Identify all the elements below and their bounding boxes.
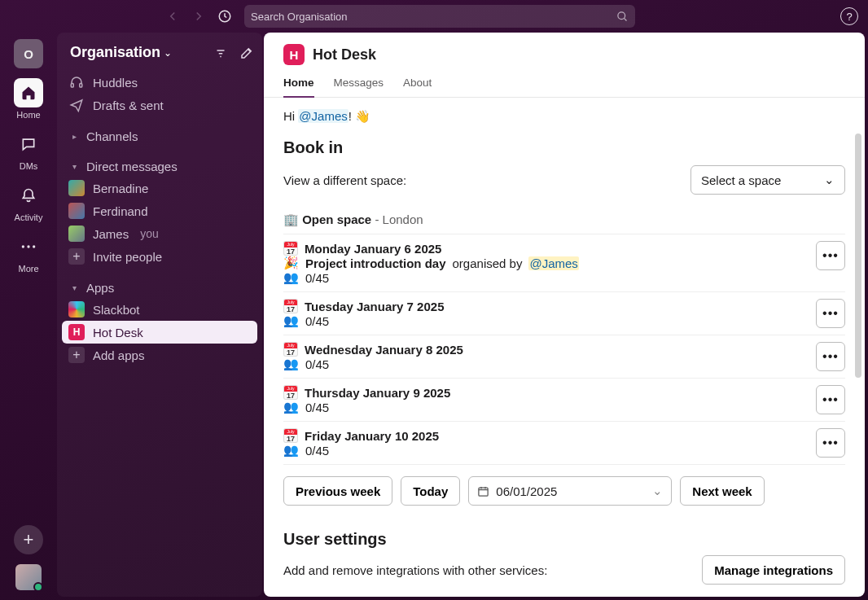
sidebar-app-item[interactable]: Slackbot xyxy=(57,298,262,321)
compose-button[interactable] xyxy=(239,46,254,60)
user-settings-heading: User settings xyxy=(283,530,845,549)
rail-label: Home xyxy=(16,110,40,120)
app-name: Hot Desk xyxy=(93,326,143,339)
app-icon xyxy=(68,301,85,318)
occupancy-count: 0/45 xyxy=(305,357,329,371)
rail-item-dms[interactable]: DMs xyxy=(14,129,43,171)
sidebar-section-channels[interactable]: ▸ Channels xyxy=(57,125,262,147)
app-title: Hot Desk xyxy=(313,46,376,64)
day-actions-button[interactable]: ••• xyxy=(816,241,845,270)
dm-avatar xyxy=(68,203,85,219)
chevron-down-icon: ⌄ xyxy=(824,173,835,187)
plus-icon: + xyxy=(68,347,85,363)
date-picker[interactable]: 06/01/2025 ⌄ xyxy=(468,476,672,506)
history-button[interactable] xyxy=(215,7,235,26)
calendar-icon xyxy=(477,485,489,497)
scrollbar[interactable] xyxy=(855,134,861,378)
section-label: Channels xyxy=(86,129,138,143)
day-actions-button[interactable]: ••• xyxy=(816,385,845,414)
sidebar-item-huddles[interactable]: Huddles xyxy=(57,71,262,94)
calendar-icon: July17 xyxy=(283,385,298,400)
app-icon: H xyxy=(68,324,85,340)
mention[interactable]: @James xyxy=(298,109,348,123)
party-emoji: 🎉 xyxy=(283,256,299,270)
people-emoji: 👥 xyxy=(283,357,299,371)
date-value: 06/01/2025 xyxy=(496,484,646,498)
tab-about[interactable]: About xyxy=(403,72,432,97)
tab-home[interactable]: Home xyxy=(283,72,314,97)
mention[interactable]: @James xyxy=(528,256,578,270)
sidebar-section-direct-messages[interactable]: ▾ Direct messages xyxy=(57,155,262,177)
day-actions-button[interactable]: ••• xyxy=(816,428,845,458)
filter-button[interactable] xyxy=(213,46,228,60)
rail-item-more[interactable]: More xyxy=(14,232,43,274)
occupancy-count: 0/45 xyxy=(305,314,329,328)
occupancy-count: 0/45 xyxy=(305,401,329,414)
booking-day: July17Friday January 10 2025👥0/45••• xyxy=(283,422,845,465)
you-label: you xyxy=(140,227,159,240)
calendar-icon: July17 xyxy=(283,342,298,357)
previous-week-button[interactable]: Previous week xyxy=(283,476,392,506)
day-date: Monday January 6 2025 xyxy=(305,242,441,256)
sidebar-item-label: Add apps xyxy=(93,348,144,362)
rail-item-activity[interactable]: Activity xyxy=(14,181,43,222)
manage-integrations-button[interactable]: Manage integrations xyxy=(702,555,845,585)
chevron-down-icon: ⌄ xyxy=(164,47,172,59)
day-actions-button[interactable]: ••• xyxy=(816,299,845,328)
bookin-heading: Book in xyxy=(283,138,845,157)
caret-down-icon: ▾ xyxy=(68,283,80,292)
send-icon xyxy=(68,98,85,112)
dm-name: Ferdinand xyxy=(93,204,148,218)
sidebar-section-apps[interactable]: ▾ Apps xyxy=(57,276,262,298)
organised-by-label: organised by xyxy=(453,256,523,270)
event-name: Project introduction day xyxy=(305,256,446,270)
rail-item-home[interactable]: Home xyxy=(14,78,43,120)
space-location: - London xyxy=(371,212,423,226)
nav-back-button[interactable] xyxy=(163,7,182,26)
tab-messages[interactable]: Messages xyxy=(334,72,384,97)
sidebar-dm-item[interactable]: Jamesyou xyxy=(57,222,262,245)
select-space-dropdown[interactable]: Select a space ⌄ xyxy=(690,165,845,195)
chevron-down-icon: ⌄ xyxy=(652,484,663,498)
search-input[interactable]: Search Organisation xyxy=(244,5,635,28)
search-placeholder: Search Organisation xyxy=(251,11,616,23)
content-pane: H Hot Desk HomeMessagesAbout Hi @James! … xyxy=(264,33,865,597)
sidebar-dm-item[interactable]: Bernadine xyxy=(57,177,262,199)
view-space-label: View a different space: xyxy=(283,173,406,187)
occupancy-count: 0/45 xyxy=(305,444,329,458)
dm-name: James xyxy=(93,227,129,241)
day-date: Wednesday January 8 2025 xyxy=(305,343,463,357)
svg-point-1 xyxy=(618,11,625,19)
day-date: Thursday January 9 2025 xyxy=(305,386,450,400)
caret-down-icon: ▾ xyxy=(68,162,80,171)
booking-day: July17Wednesday January 8 2025👥0/45••• xyxy=(283,335,845,379)
booking-day: July17Thursday January 9 2025👥0/45••• xyxy=(283,379,845,422)
app-icon: H xyxy=(283,44,305,65)
workspace-name[interactable]: Organisation xyxy=(70,44,160,61)
sidebar: Organisation ⌄ Huddles Drafts & sent ▸ C… xyxy=(57,33,262,597)
sidebar-app-item[interactable]: HHot Desk xyxy=(62,321,257,344)
plus-icon: + xyxy=(68,248,85,265)
add-workspace-button[interactable]: + xyxy=(14,525,43,554)
sidebar-item-drafts[interactable]: Drafts & sent xyxy=(57,94,262,116)
dm-avatar xyxy=(68,226,85,242)
user-avatar[interactable] xyxy=(15,564,42,590)
greeting-text: Hi @James! 👋 xyxy=(283,109,845,124)
next-week-button[interactable]: Next week xyxy=(680,476,764,506)
search-icon xyxy=(616,11,629,23)
workspace-tile[interactable]: O xyxy=(14,39,43,68)
today-button[interactable]: Today xyxy=(401,476,460,506)
rail: O Home DMs Activity More + xyxy=(0,33,57,597)
calendar-icon: July17 xyxy=(283,299,298,313)
help-button[interactable]: ? xyxy=(840,7,858,25)
sidebar-add-apps[interactable]: + Add apps xyxy=(57,344,262,366)
day-actions-button[interactable]: ••• xyxy=(816,342,845,371)
booking-day: July17Monday January 6 2025🎉Project intr… xyxy=(283,234,845,292)
integrations-text: Add and remove integrations with other s… xyxy=(283,563,547,577)
occupancy-count: 0/45 xyxy=(305,271,329,285)
building-emoji: 🏢 xyxy=(283,212,299,226)
sidebar-dm-item[interactable]: Ferdinand xyxy=(57,199,262,222)
nav-forward-button[interactable] xyxy=(189,7,208,26)
sidebar-invite-people[interactable]: + Invite people xyxy=(57,245,262,268)
section-label: Direct messages xyxy=(86,160,178,173)
